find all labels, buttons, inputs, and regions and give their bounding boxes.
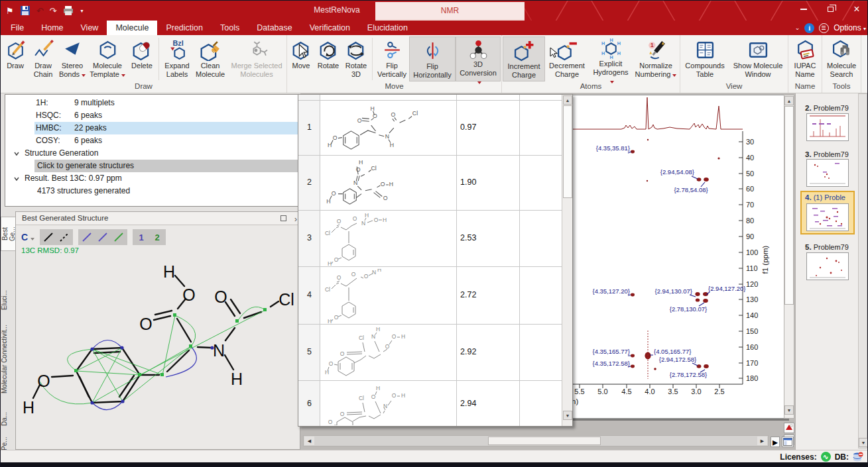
restore-button[interactable] xyxy=(822,3,838,15)
draw-chain-button[interactable]: DrawChain xyxy=(29,36,57,81)
page-item-5[interactable]: 5. Problem79 xyxy=(805,243,866,251)
menu-tools[interactable]: Tools xyxy=(212,21,248,35)
molecule-search-button[interactable]: MoleculeSearch xyxy=(823,36,860,81)
tree-item-1h[interactable]: 1H:9 multiplets xyxy=(34,97,300,109)
pages-panel-scrollbar[interactable]: ▼ xyxy=(858,93,867,448)
table-scrollbar[interactable]: ▲ ▼ xyxy=(562,95,572,426)
menu-verification[interactable]: Verification xyxy=(301,21,359,35)
side-tab-molecular-connectivity[interactable]: Molecular Connectivit... xyxy=(1,320,15,398)
draw-button[interactable]: Draw xyxy=(1,36,29,81)
options-menu[interactable]: Options ▾ xyxy=(834,23,866,32)
correlation-purple-2-button[interactable] xyxy=(95,230,111,244)
structure-cell-1[interactable]: HOOOClNHOH xyxy=(322,103,455,154)
atom-symbol-selector[interactable]: C xyxy=(21,232,34,242)
menu-home[interactable]: Home xyxy=(32,21,72,35)
tree-item-structures-generated[interactable]: 4173 structures generated xyxy=(37,185,130,197)
structure-cell-2[interactable]: HOClNOHOOH xyxy=(322,158,455,209)
explicit-hydrogens-button[interactable]: HHHHHH ExplicitHydrogens xyxy=(589,36,633,81)
side-tab-best-generated[interactable]: Best Ge... xyxy=(1,217,15,251)
panel-close-icon[interactable]: › xyxy=(294,213,297,226)
flag-icon[interactable]: ⚑ xyxy=(6,6,14,16)
molecule-template-button[interactable]: MoleculeTemplate xyxy=(88,36,127,81)
menu-view[interactable]: View xyxy=(72,21,107,35)
scroll-down-arrow[interactable]: ▼ xyxy=(563,411,572,420)
scroll-right-arrow[interactable]: ▶ xyxy=(757,437,767,445)
flip-horizontally-button[interactable]: FlipHorizontally xyxy=(409,36,456,81)
side-tab-elucidation[interactable]: Eluci... xyxy=(1,284,15,316)
tree-item-cosy[interactable]: COSY:6 peaks xyxy=(34,134,300,147)
expand-labels-button[interactable]: Bzl ExpandLabels xyxy=(161,36,193,81)
redo-icon[interactable]: ↷ xyxy=(50,6,57,16)
scroll-down-arrow[interactable]: ▼ xyxy=(784,405,794,415)
close-button[interactable]: × xyxy=(849,3,865,15)
move-button[interactable]: Move xyxy=(288,36,314,81)
menu-database[interactable]: Database xyxy=(248,21,301,35)
page-thumbnail-2[interactable] xyxy=(806,113,849,141)
iupac-name-button[interactable]: IUPACName xyxy=(789,36,821,81)
tree-item-hmbc-selected[interactable]: HMBC:22 peaks xyxy=(34,122,298,134)
page-grid-view-button[interactable] xyxy=(782,437,794,447)
generate-structures-button[interactable]: Click to generate structures xyxy=(34,160,298,172)
show-molecule-window-button[interactable]: Show MoleculeWindow xyxy=(729,36,787,81)
scrollbar-thumb[interactable] xyxy=(784,106,794,305)
structure-cell-4[interactable]: ClOOONHOH xyxy=(322,269,455,323)
tree-node-result[interactable]: Result. Best 13C: 0.97 ppm xyxy=(5,172,122,185)
scrollbar-thumb[interactable] xyxy=(488,437,601,445)
structure-cell-5[interactable]: OClNHOHOOH xyxy=(322,327,455,381)
licenses-status-icon[interactable]: ∿ xyxy=(821,452,831,462)
scroll-up-arrow[interactable]: ▲ xyxy=(784,96,794,105)
menu-molecule[interactable]: Molecule xyxy=(107,21,157,35)
expand-pages-button[interactable]: ▸ xyxy=(771,437,780,447)
structure-cell-3[interactable]: ClOONHOHOH xyxy=(322,213,455,266)
menu-elucidation[interactable]: Elucidation xyxy=(359,21,416,35)
scroll-left-arrow[interactable]: ◀ xyxy=(304,437,314,445)
clean-molecule-button[interactable]: CleanMolecule xyxy=(193,36,227,81)
tree-item-hsqc[interactable]: HSQC:6 peaks xyxy=(34,109,300,122)
correlation-purple-1-button[interactable] xyxy=(79,230,95,244)
bond-solid-button[interactable] xyxy=(40,230,56,244)
spectrum-page[interactable]: 3040 5060 7080 90100 110120 130140 15016… xyxy=(568,95,787,419)
tree-node-structure-generation[interactable]: Structure Generation xyxy=(5,147,98,160)
bond-dashed-button[interactable] xyxy=(56,230,72,244)
decrement-charge-button[interactable]: DecrementCharge xyxy=(545,36,589,81)
bond-order-1-button[interactable]: 1 xyxy=(133,230,149,244)
compounds-table-button[interactable]: CompoundsTable xyxy=(681,36,729,81)
db-status-icon[interactable] xyxy=(853,452,863,462)
page-item-3[interactable]: 3. Problem79 xyxy=(805,150,866,158)
page-thumbnail-4[interactable] xyxy=(806,203,849,231)
menu-file[interactable]: File xyxy=(2,21,32,35)
stereo-bonds-button[interactable]: StereoBonds xyxy=(57,36,88,81)
float-panel-icon[interactable] xyxy=(280,215,286,221)
scroll-up-arrow[interactable]: ▲ xyxy=(563,95,572,105)
info-icon[interactable]: i xyxy=(804,23,814,33)
3d-conversion-button[interactable]: 3DConversion xyxy=(456,36,501,81)
bond-order-2-button[interactable]: 2 xyxy=(149,230,165,244)
rotate-3d-button[interactable]: Rotate3D xyxy=(342,36,370,81)
license-doc-icon[interactable] xyxy=(819,23,829,33)
page-thumbnail-5[interactable] xyxy=(806,252,849,280)
delete-button[interactable]: Delete xyxy=(127,36,156,81)
document-vscrollbar[interactable]: ▲ ▼ xyxy=(784,95,794,419)
rotate-button[interactable]: Rotate xyxy=(314,36,342,81)
page-item-2[interactable]: 2. Problem79 xyxy=(805,104,866,112)
best-structure-molecule[interactable]: H O O O Cl N H O H xyxy=(16,257,300,449)
normalize-numbering-button[interactable]: 1 NormalizeNumbering xyxy=(633,36,679,81)
scroll-down-arrow[interactable]: ▼ xyxy=(859,438,868,447)
increment-charge-button[interactable]: IncrementCharge xyxy=(503,36,545,81)
structure-cell-6[interactable]: OClOHOHNO xyxy=(322,383,455,425)
page-thumbnail-3[interactable] xyxy=(806,159,849,187)
correlation-green-button[interactable] xyxy=(111,230,127,244)
side-tab-da[interactable]: Da... xyxy=(1,407,15,430)
minimize-button[interactable] xyxy=(796,3,812,15)
quick-access-dropdown-icon[interactable]: ▾ xyxy=(80,8,83,14)
ribbon-collapse-icon[interactable]: ⌄ xyxy=(795,25,800,31)
flip-vertically-button[interactable]: FlipVertically xyxy=(375,36,409,81)
page-item-4-selected[interactable]: 4. (1) Proble xyxy=(800,191,855,234)
print-icon[interactable] xyxy=(62,5,74,16)
scrollbar-thumb[interactable] xyxy=(563,105,572,198)
menu-prediction[interactable]: Prediction xyxy=(157,21,212,35)
document-hscrollbar[interactable]: ◀ ▶ xyxy=(303,435,769,446)
undo-icon[interactable]: ↶ xyxy=(36,6,44,16)
previous-page-button[interactable] xyxy=(784,423,794,433)
save-icon[interactable] xyxy=(20,5,31,16)
